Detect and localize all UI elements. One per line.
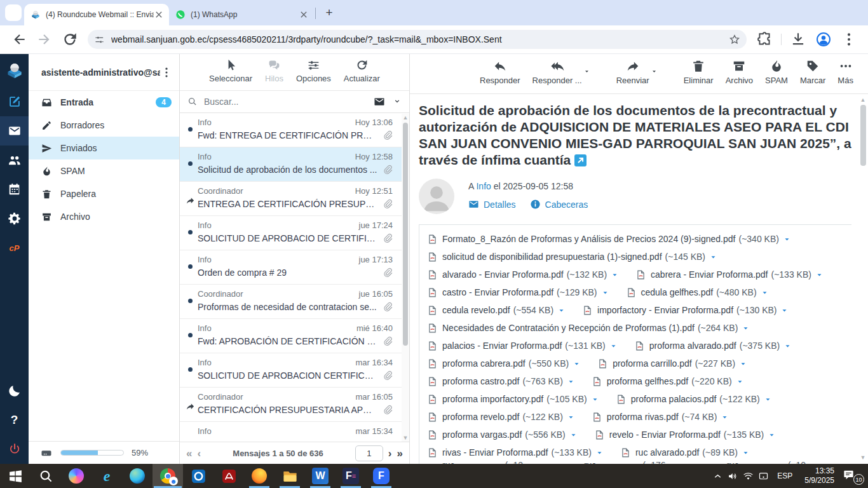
logout-button[interactable] xyxy=(0,435,29,464)
window-restore-button[interactable] xyxy=(810,0,839,22)
scroll-up-icon[interactable]: ▲ xyxy=(860,96,866,104)
attachment-menu-chevron-icon[interactable] xyxy=(768,431,776,439)
list-toolbar-seleccionar[interactable]: Seleccionar xyxy=(209,58,252,83)
wifi-icon[interactable] xyxy=(743,471,754,482)
preview-scroll-thumb[interactable] xyxy=(860,105,866,166)
attachment-name[interactable]: proforma cabrera.pdf xyxy=(442,358,526,369)
language-indicator[interactable]: ESP xyxy=(773,471,796,480)
message-row[interactable]: InfoHoy 13:06Fwd: ENTREGA DE CERTIFICACI… xyxy=(180,113,409,147)
notifications-button[interactable]: 10 xyxy=(843,469,862,483)
f-app[interactable]: F xyxy=(366,464,397,488)
mail-toolbar-responder[interactable]: Responder xyxy=(480,59,520,85)
message-row[interactable]: Infomié 16:40Fwd: APROBACIÓN DE CERTIFIC… xyxy=(180,319,409,353)
attachment-name[interactable]: solicitud de disponibilidad presupuestar… xyxy=(442,252,662,262)
attachment-item[interactable]: solicitud de disponibilidad presupuestar… xyxy=(427,252,717,262)
attachment-menu-chevron-icon[interactable] xyxy=(591,395,599,403)
mail-toolbar-archivo[interactable]: Archivo xyxy=(726,59,753,85)
attachment-menu-chevron-icon[interactable] xyxy=(611,271,619,279)
attachment-name[interactable]: proforma imporfactory.pdf xyxy=(442,394,543,404)
internet-explorer-app[interactable]: e xyxy=(92,464,122,488)
attachment-name[interactable]: alvarado - Enviar Proforma.pdf xyxy=(442,269,564,280)
attachment-name[interactable]: proforma rivas.pdf xyxy=(607,412,679,422)
attachment-item[interactable]: imporfactory - Enviar Proforma.pdf(~130 … xyxy=(582,305,789,316)
connect-icon[interactable] xyxy=(758,471,769,482)
profile-icon[interactable] xyxy=(815,31,832,48)
edge-app[interactable] xyxy=(122,464,153,488)
page-number-input[interactable]: 1 xyxy=(355,445,383,461)
folder-item-archivo[interactable]: Archivo xyxy=(29,205,179,228)
attachment-item[interactable]: alvarado - Enviar Proforma.pdf(~132 KB) xyxy=(427,269,619,280)
attachment-menu-chevron-icon[interactable] xyxy=(742,449,750,457)
attachment-item[interactable]: proforma carrillo.pdf(~227 KB) xyxy=(597,358,747,369)
scroll-down-icon[interactable]: ▼ xyxy=(403,434,409,442)
attachment-item[interactable]: proforma vargas.pdf(~556 KB) xyxy=(427,430,578,440)
attachment-item[interactable]: proforma castro.pdf(~763 KB) xyxy=(427,376,575,387)
darkmode-toggle[interactable] xyxy=(0,376,29,405)
account-menu-icon[interactable] xyxy=(160,66,173,79)
attachment-item[interactable]: cabrera - Enviar Proforma.pdf(~133 KB) xyxy=(635,269,824,280)
attachment-name[interactable]: proforma gelfhes.pdf xyxy=(607,376,688,386)
attachment-menu-chevron-icon[interactable] xyxy=(783,235,791,243)
details-link[interactable]: Detalles xyxy=(468,199,516,210)
attachment-item[interactable]: proforma cabrera.pdf(~550 KB) xyxy=(427,358,581,369)
attachment-name[interactable]: proforma alvarado.pdf xyxy=(649,341,736,351)
attachment-name[interactable]: castro - Enviar Proforma.pdf xyxy=(442,287,553,297)
calendar-nav[interactable] xyxy=(0,175,29,204)
contacts-nav[interactable] xyxy=(0,146,29,175)
extensions-icon[interactable] xyxy=(756,31,773,48)
attachment-item[interactable]: castro - Enviar Proforma.pdf(~129 KB) xyxy=(427,287,609,298)
tab-close-icon[interactable] xyxy=(299,10,309,20)
attachment-menu-chevron-icon[interactable] xyxy=(709,253,717,261)
message-row[interactable]: Coordinadormar 16:05CERTIFICACIÓN PRESUP… xyxy=(180,388,409,422)
mail-nav[interactable] xyxy=(0,116,29,146)
folder-item-borradores[interactable]: Borradores xyxy=(29,114,179,137)
folder-item-papelera[interactable]: Papelera xyxy=(29,182,179,205)
folder-item-enviados[interactable]: Enviados xyxy=(29,137,179,159)
attachment-item[interactable]: Necesidades de Contratación y Recepción … xyxy=(427,323,750,334)
attachment-item[interactable]: cedula revelo.pdf(~554 KB) xyxy=(427,305,566,316)
search-options-chevron-icon[interactable] xyxy=(393,97,402,106)
attachment-name[interactable]: proforma palacios.pdf xyxy=(631,394,717,404)
back-button[interactable] xyxy=(11,31,27,48)
attachment-item[interactable]: Formato_8_Razón de Proformas y Análisis … xyxy=(427,234,791,245)
attachment-name[interactable]: cedula gelfhes.pdf xyxy=(641,287,714,297)
attachment-item[interactable]: cedula gelfhes.pdf(~480 KB) xyxy=(626,287,769,298)
help-button[interactable]: ? xyxy=(0,405,29,435)
headers-link[interactable]: Cabeceras xyxy=(530,199,588,210)
attachment-name[interactable]: palacios - Enviar Proforma.pdf xyxy=(442,341,562,351)
attachment-item[interactable]: proforma alvarado.pdf(~375 KB) xyxy=(634,341,792,351)
attachment-name[interactable]: ruc alvarado.pdf xyxy=(635,447,699,458)
first-page-button[interactable]: « xyxy=(186,448,192,459)
attachment-name[interactable]: revelo - Enviar Proforma.pdf xyxy=(609,430,721,440)
attachment-menu-chevron-icon[interactable] xyxy=(783,342,792,350)
forward-button[interactable] xyxy=(36,31,53,48)
folder-item-entrada[interactable]: Entrada4 xyxy=(29,91,179,114)
attachment-item[interactable]: proforma gelfhes.pdf(~220 KB) xyxy=(592,376,744,387)
attachment-name[interactable]: Necesidades de Contratación y Recepción … xyxy=(442,323,695,333)
volume-icon[interactable] xyxy=(728,471,738,482)
firefox-app[interactable] xyxy=(244,464,275,488)
attachment-name[interactable]: cedula revelo.pdf xyxy=(442,305,510,315)
attachment-name[interactable]: proforma revelo.pdf xyxy=(442,412,519,422)
address-bar[interactable]: webmail.sanjuan.gob.ec/cpsess4685020211/… xyxy=(88,30,747,49)
compose-button[interactable] xyxy=(0,87,29,116)
browser-menu-icon[interactable] xyxy=(841,31,857,48)
start-button[interactable] xyxy=(0,464,31,488)
acrobat-app[interactable] xyxy=(214,464,244,488)
dropdown-chevron-icon[interactable] xyxy=(583,68,590,75)
message-row[interactable]: Infojue 17:24SOLICITUD DE APROBACIO DE C… xyxy=(180,216,409,250)
new-tab-button[interactable]: + xyxy=(321,4,337,21)
scroll-up-icon[interactable]: ▲ xyxy=(403,114,409,121)
attachment-item[interactable]: proforma palacios.pdf(~122 KB) xyxy=(616,394,772,405)
open-in-new-window-icon[interactable] xyxy=(574,154,587,166)
search-bar[interactable]: Buscar... xyxy=(180,91,409,113)
list-scrollbar[interactable]: ▲ ▼ xyxy=(402,114,409,442)
settings-nav[interactable] xyxy=(0,204,29,233)
taskbar-search[interactable] xyxy=(31,464,61,488)
mail-toolbar-reenviar[interactable]: Reenviar xyxy=(616,59,649,85)
attachment-menu-chevron-icon[interactable] xyxy=(595,449,604,457)
message-row[interactable]: Coordinadorjue 16:05Proformas de necesid… xyxy=(180,285,409,319)
attachment-menu-chevron-icon[interactable] xyxy=(721,413,729,421)
attachment-menu-chevron-icon[interactable] xyxy=(815,271,824,279)
url-text[interactable]: webmail.sanjuan.gob.ec/cpsess4685020211/… xyxy=(111,34,724,44)
